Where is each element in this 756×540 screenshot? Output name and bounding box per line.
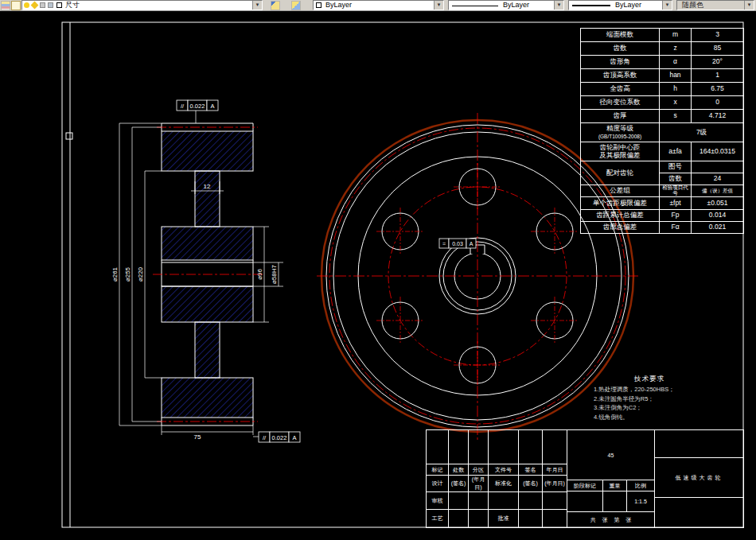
tolerance-frame-top: // 0.022 A [177,100,218,123]
param-row: 齿轮副中心距及其极限偏差 a±fa 164±0.0315 [581,142,744,161]
tb-sign-placeholder: (签名) [519,476,543,492]
gear-parameter-table: 端面模数m3 齿数z85 齿形角α20° 齿顶高系数han1 全齿高h6.75 … [580,28,744,234]
linetype-sample-icon [452,6,498,6]
tol-value: 0.022 [190,103,205,110]
selection-grip [66,133,72,139]
param-row: 全齿高h6.75 [581,83,744,96]
param-symbol: h [660,83,692,96]
color-swatch [316,2,321,8]
tolerance-frame-keyway: = 0.03 A [439,239,476,248]
param-label: 配对齿轮 [581,161,660,185]
param-value: 3 [692,29,744,42]
param-value: 1 [692,69,744,83]
param-label: 精度等级(GB/T10095-2008) [581,123,660,142]
param-row: 精度等级(GB/T10095-2008) 7级 [581,123,744,142]
param-row: 公差组检验项目代号偏（误）差值 [581,185,744,197]
layer-lock-icon[interactable] [40,2,45,8]
layer-plot-icon[interactable] [48,2,53,8]
tolerance-frame-bottom: // 0.022 A [253,432,300,442]
tb-approve: 批准 [489,510,519,528]
linetype-combo[interactable]: ByLayer ▼ [448,0,564,10]
color-combo-arrow-icon[interactable]: ▼ [434,1,443,10]
param-symbol: Fp [660,210,692,222]
layer-on-icon[interactable] [24,2,29,8]
tb-process: 工艺 [427,510,449,528]
tol-value: 0.03 [452,241,463,247]
tb-date-placeholder: (年月日) [543,476,567,492]
param-row: 齿厚s4.712 [581,110,744,123]
param-row: 齿距累计总偏差Fp0.014 [581,210,744,222]
param-symbol: Fα [660,222,692,234]
scale-value: 1:1.5 [627,491,655,512]
plotstyle-value: 随颜色 [682,1,703,10]
lineweight-combo[interactable]: ByLayer ▼ [568,0,672,10]
param-symbol: 检验项目代号 [660,185,692,197]
layer-color-swatch [57,2,62,8]
param-value: 85 [692,42,744,56]
param-label: 齿顶高系数 [581,69,660,83]
layer-combo-arrow-icon[interactable]: ▼ [252,1,262,10]
dim-bore-diameter: ⌀58H7 [271,264,278,283]
layer-previous-icon[interactable] [291,1,301,10]
layer-freeze-icon[interactable] [31,2,39,10]
layer-combo[interactable]: 尺寸 ▼ [21,0,263,10]
tb-sign-placeholder: (签名) [449,476,469,492]
param-value: 24 [692,173,744,185]
sheet-count: 共 张 第 张 [567,512,655,528]
current-layer-name: 尺寸 [65,1,80,10]
param-value: 0.021 [692,222,744,234]
param-symbol: α [660,56,692,69]
dim-tip-diameter: ⌀261 [111,266,119,282]
param-symbol: 图号 [660,161,692,173]
param-value: 20° [692,56,744,69]
tb-header: 分区 [469,464,489,476]
tb-header: 文件号 [489,464,519,476]
make-object-layer-current-icon[interactable] [271,1,280,10]
material-spec: 45 [567,430,655,480]
lineweight-sample-icon [572,5,610,6]
tech-req-line: 2.未注圆角半径为R5； [594,394,705,404]
param-value: ±0.051 [692,197,744,210]
param-label: 齿廓总偏差 [581,222,660,234]
linetype-combo-arrow-icon[interactable]: ▼ [554,1,563,10]
param-symbol: m [660,29,692,42]
param-value: 偏（误）差值 [692,185,744,197]
color-combo[interactable]: ByLayer ▼ [313,0,444,10]
param-symbol: z [660,42,692,56]
param-label: 径向变位系数 [581,96,660,110]
layers-icon[interactable] [11,1,21,10]
lineweight-combo-arrow-icon[interactable]: ▼ [662,1,672,10]
param-row: 齿形角α20° [581,56,744,69]
param-symbol: ±fpt [660,197,692,210]
param-label: 齿距累计总偏差 [581,210,660,222]
tol-symbol: = [442,241,446,247]
param-value: 0.014 [692,210,744,222]
gear-section-view[interactable] [153,123,263,425]
param-symbol: s [660,110,692,123]
tol-datum: A [210,103,214,110]
dim-hub-diameter: ⌀96 [256,269,263,280]
layer-properties-manager-icon[interactable] [1,1,10,10]
param-label: 全齿高 [581,83,660,96]
tech-req-title: 技术要求 [594,374,705,384]
param-value: 164±0.0315 [692,142,744,161]
param-symbol: han [660,69,692,83]
param-row: 齿顶高系数han1 [581,69,744,83]
cad-application: 尺寸 ▼ ByLayer ▼ ByLayer ▼ ByLayer ▼ 随颜色 ▼ [0,0,756,540]
dim-web-width: 12 [204,183,211,190]
tb-stage: 阶段标记 [567,480,603,491]
param-symbol: a±fa [660,142,692,161]
tb-review: 审核 [427,492,449,510]
param-value: 6.75 [692,83,744,96]
title-block-right: 低速级大齿轮 [654,429,744,528]
linetype-value: ByLayer [503,1,529,10]
dim-pitch-diameter: ⌀255 [124,266,131,282]
param-label: 单个齿距极限偏差 [581,197,660,210]
dim-rim-diameter: ⌀220 [137,266,144,282]
tol-datum: A [292,434,296,441]
tb-weight: 重量 [603,480,627,491]
color-value: ByLayer [325,1,352,10]
param-row: 齿数z85 [581,42,744,56]
tb-standard: 标准化 [489,476,519,492]
tb-header: 签名 [519,464,543,476]
